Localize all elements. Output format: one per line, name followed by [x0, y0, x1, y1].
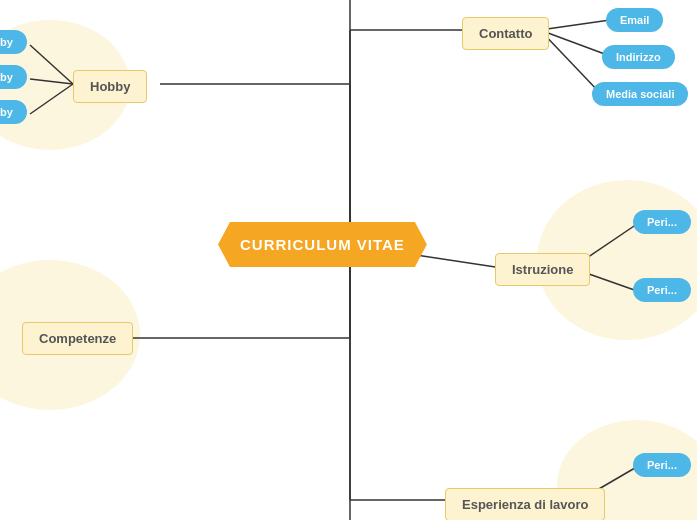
svg-line-3 [540, 20, 610, 30]
branch-esperienza: Esperienza di lavoro [445, 488, 605, 520]
center-node: CURRICULUM VITAE [218, 222, 427, 267]
branch-contatto: Contatto [462, 17, 549, 50]
leaf-istruzione-1: Peri... [633, 210, 691, 234]
leaf-hobby-2: by [0, 65, 27, 89]
leaf-esperienza-1: Peri... [633, 453, 691, 477]
branch-competenze: Competenze [22, 322, 133, 355]
leaf-hobby-1: by [0, 30, 27, 54]
leaf-media-sociali: Media sociali [592, 82, 688, 106]
leaf-indirizzo: Indirizzo [602, 45, 675, 69]
leaf-email: Email [606, 8, 663, 32]
branch-istruzione: Istruzione [495, 253, 590, 286]
leaf-hobby-3: by [0, 100, 27, 124]
mindmap-container: CURRICULUM VITAE Hobby Competenze Contat… [0, 0, 697, 520]
branch-hobby: Hobby [73, 70, 147, 103]
leaf-istruzione-2: Peri... [633, 278, 691, 302]
svg-line-4 [540, 30, 610, 56]
